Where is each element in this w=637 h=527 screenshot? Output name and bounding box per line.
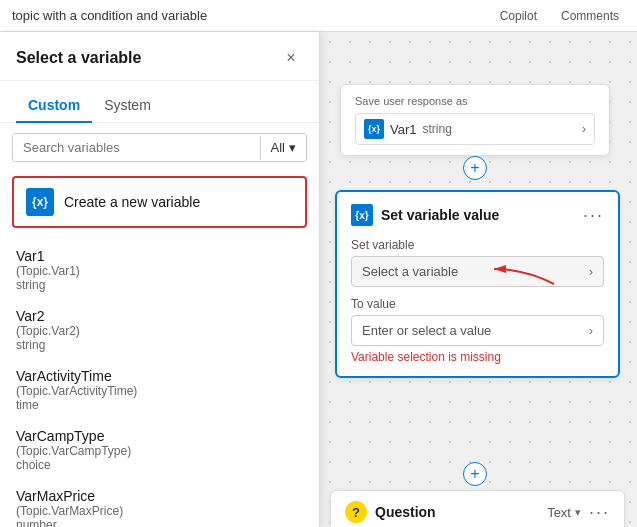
top-bar: topic with a condition and variable Copi… — [0, 0, 637, 32]
search-input[interactable] — [13, 134, 260, 161]
arrow-annotation — [484, 259, 564, 289]
to-value-placeholder: Enter or select a value — [362, 323, 589, 338]
top-bar-actions: Copilot Comments — [494, 7, 625, 25]
question-card: ? Question Text ▾ ··· — [330, 490, 625, 527]
to-value-input[interactable]: Enter or select a value › — [351, 315, 604, 346]
var-name: Var1 — [390, 122, 417, 137]
save-var-row[interactable]: {x} Var1 string › — [355, 113, 595, 145]
plus-connector-1[interactable]: + — [463, 156, 487, 180]
create-new-label: Create a new variable — [64, 194, 200, 210]
tab-bar: Custom System — [0, 81, 319, 123]
setvar-header: {x} Set variable value ··· — [351, 204, 604, 226]
list-item[interactable]: VarMaxPrice (Topic.VarMaxPrice) number — [0, 480, 319, 527]
comments-button[interactable]: Comments — [555, 7, 625, 25]
list-item[interactable]: VarCampType (Topic.VarCampType) choice — [0, 420, 319, 480]
question-title: Question — [375, 504, 539, 520]
tab-custom[interactable]: Custom — [16, 89, 92, 123]
variable-list: Var1 (Topic.Var1) string Var2 (Topic.Var… — [0, 236, 319, 527]
setvar-menu-button[interactable]: ··· — [583, 205, 604, 226]
error-message: Variable selection is missing — [351, 350, 604, 364]
set-variable-card: {x} Set variable value ··· Set variable … — [335, 190, 620, 378]
save-label: Save user response as — [355, 95, 595, 107]
set-var-input[interactable]: Select a variable › — [351, 256, 604, 287]
save-response-card: Save user response as {x} Var1 string › — [340, 84, 610, 156]
question-icon: ? — [345, 501, 367, 523]
copilot-button[interactable]: Copilot — [494, 7, 543, 25]
type-chevron-icon: ▾ — [575, 506, 581, 519]
create-var-icon: {x} — [26, 188, 54, 216]
to-value-label: To value — [351, 297, 604, 311]
var-icon: {x} — [364, 119, 384, 139]
page-title: topic with a condition and variable — [12, 8, 207, 23]
filter-chevron-icon: ▾ — [289, 140, 296, 155]
chevron-icon: › — [582, 122, 586, 136]
tab-system[interactable]: System — [92, 89, 163, 123]
search-bar[interactable]: All ▾ — [12, 133, 307, 162]
question-type-label: Text — [547, 505, 571, 520]
close-button[interactable]: × — [279, 46, 303, 70]
setvar-icon: {x} — [351, 204, 373, 226]
list-item[interactable]: Var2 (Topic.Var2) string — [0, 300, 319, 360]
filter-dropdown[interactable]: All ▾ — [261, 134, 306, 161]
panel-header: Select a variable × — [0, 32, 319, 81]
create-new-variable-button[interactable]: {x} Create a new variable — [12, 176, 307, 228]
question-menu-button[interactable]: ··· — [589, 502, 610, 523]
panel-title: Select a variable — [16, 49, 141, 67]
set-var-chevron-icon: › — [589, 265, 593, 279]
plus-connector-2[interactable]: + — [463, 462, 487, 486]
question-type-dropdown[interactable]: Text ▾ — [547, 505, 581, 520]
to-value-chevron-icon: › — [589, 324, 593, 338]
canvas-area: Save user response as {x} Var1 string › … — [320, 32, 637, 527]
setvar-title: Set variable value — [381, 207, 575, 223]
variable-panel: Select a variable × Custom System All ▾ … — [0, 32, 320, 527]
var-type: string — [423, 122, 452, 136]
list-item[interactable]: Var1 (Topic.Var1) string — [0, 240, 319, 300]
list-item[interactable]: VarActivityTime (Topic.VarActivityTime) … — [0, 360, 319, 420]
set-var-label: Set variable — [351, 238, 604, 252]
